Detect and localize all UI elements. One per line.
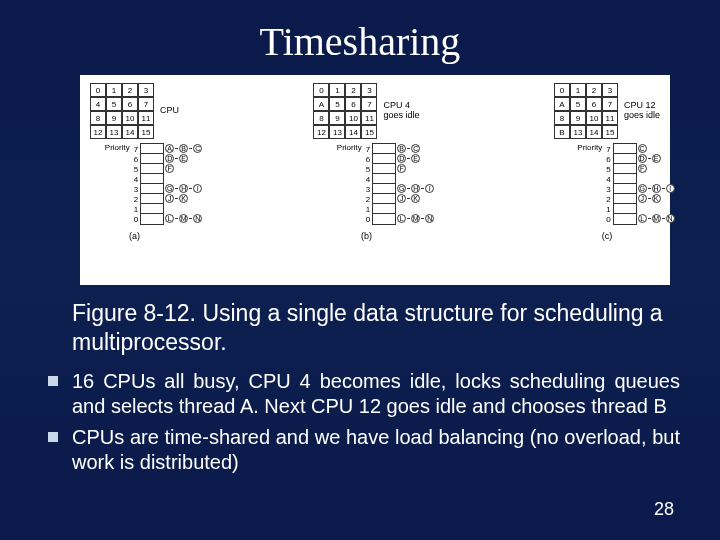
figure-8-12: 0123456789101112131415CPUPriority7654321…: [80, 75, 670, 285]
cpu-cell: 8: [313, 111, 329, 125]
queue-node: N: [193, 214, 202, 223]
queue-chain: LMN: [397, 214, 434, 223]
cpu-cell: 2: [345, 83, 361, 97]
priority-number: 0: [134, 215, 138, 225]
priority-slot: GHI: [373, 184, 395, 194]
priority-number: 0: [606, 215, 610, 225]
cpu-cell: 10: [586, 111, 602, 125]
cpu-cell: 5: [570, 97, 586, 111]
priority-number: 4: [366, 175, 370, 185]
priority-number: 2: [606, 195, 610, 205]
priority-slot: F: [614, 164, 636, 174]
cpu-cell: 10: [122, 111, 138, 125]
cpu-cell: A: [554, 97, 570, 111]
square-bullet-icon: [48, 376, 58, 386]
priority-label: Priority: [337, 143, 362, 152]
chain-link-icon: [175, 158, 178, 159]
queue-node: H: [652, 184, 661, 193]
cpu-grid: 0123A56789101112131415: [313, 83, 377, 139]
queue-chain: C: [638, 144, 647, 153]
chain-link-icon: [421, 188, 424, 189]
priority-queue-stack: BCDEFGHIJKLMN: [372, 143, 396, 225]
cpu-cell: 8: [554, 111, 570, 125]
queue-node: D: [638, 154, 647, 163]
chain-link-icon: [175, 148, 178, 149]
queue-chain: GHI: [397, 184, 434, 193]
queue-chain: F: [165, 164, 174, 173]
queue-node: B: [397, 144, 406, 153]
priority-number: 7: [134, 145, 138, 155]
queue-chain: F: [397, 164, 406, 173]
priority-slot: LMN: [614, 214, 636, 224]
priority-slot: GHI: [614, 184, 636, 194]
chain-link-icon: [175, 188, 178, 189]
chain-link-icon: [407, 188, 410, 189]
priority-number: 6: [606, 155, 610, 165]
cpu-cell: 13: [570, 125, 586, 139]
priority-number: 4: [606, 175, 610, 185]
queue-node: I: [666, 184, 675, 193]
page-number: 28: [654, 499, 674, 520]
queue-node: G: [638, 184, 647, 193]
queue-node: C: [638, 144, 647, 153]
priority-number: 1: [606, 205, 610, 215]
priority-slot: [141, 204, 163, 214]
priority-number: 2: [134, 195, 138, 205]
queue-node: J: [638, 194, 647, 203]
queue-node: M: [411, 214, 420, 223]
list-item: CPUs are time-shared and we have load ba…: [48, 425, 680, 475]
square-bullet-icon: [48, 432, 58, 442]
cpu-cell: 7: [361, 97, 377, 111]
priority-slot: [141, 174, 163, 184]
queue-node: A: [165, 144, 174, 153]
chain-link-icon: [407, 218, 410, 219]
priority-queue-stack: ABCDEFGHIJKLMN: [140, 143, 164, 225]
queue-chain: DE: [397, 154, 420, 163]
cpu-side-label: CPU 12 goes idle: [624, 101, 660, 121]
priority-slot: [373, 174, 395, 184]
queue-chain: DE: [165, 154, 188, 163]
priority-slot: C: [614, 144, 636, 154]
cpu-cell: 1: [570, 83, 586, 97]
priority-number: 4: [134, 175, 138, 185]
priority-slot: [373, 204, 395, 214]
cpu-cell: 3: [138, 83, 154, 97]
priority-slot: [614, 174, 636, 184]
cpu-cell: 11: [361, 111, 377, 125]
bullet-text: 16 CPUs all busy, CPU 4 becomes idle, lo…: [72, 369, 680, 419]
chain-link-icon: [175, 218, 178, 219]
slide-title: Timesharing: [0, 0, 720, 75]
queue-node: F: [397, 164, 406, 173]
queue-node: N: [425, 214, 434, 223]
priority-number: 6: [134, 155, 138, 165]
priority-label: Priority: [105, 143, 130, 152]
cpu-cell: 0: [90, 83, 106, 97]
priority-slot: JK: [373, 194, 395, 204]
cpu-cell: 11: [138, 111, 154, 125]
cpu-cell: 11: [602, 111, 618, 125]
queue-chain: F: [638, 164, 647, 173]
queue-node: N: [666, 214, 675, 223]
priority-number: 1: [134, 205, 138, 215]
queue-node: I: [425, 184, 434, 193]
queue-node: K: [179, 194, 188, 203]
cpu-cell: 9: [329, 111, 345, 125]
priority-number: 3: [134, 185, 138, 195]
queue-node: G: [165, 184, 174, 193]
queue-node: E: [179, 154, 188, 163]
cpu-cell: 15: [138, 125, 154, 139]
queue-node: M: [179, 214, 188, 223]
queue-node: C: [193, 144, 202, 153]
cpu-cell: 7: [138, 97, 154, 111]
priority-slot: JK: [614, 194, 636, 204]
chain-link-icon: [189, 148, 192, 149]
priority-number: 3: [606, 185, 610, 195]
cpu-side-label: CPU 4 goes idle: [383, 101, 419, 121]
chain-link-icon: [662, 218, 665, 219]
cpu-cell: 15: [602, 125, 618, 139]
queue-node: K: [411, 194, 420, 203]
cpu-cell: 8: [90, 111, 106, 125]
priority-slot: ABC: [141, 144, 163, 154]
queue-node: K: [652, 194, 661, 203]
priority-slot: JK: [141, 194, 163, 204]
